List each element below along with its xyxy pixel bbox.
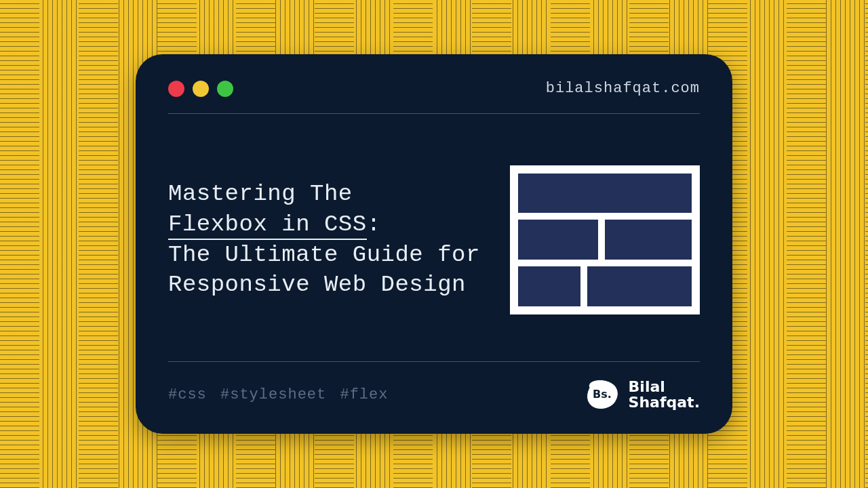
author-name: Bilal Shafqat. [629, 379, 700, 410]
title-rest: The Ultimate Guide for Responsive Web De… [168, 242, 480, 298]
minimize-icon [193, 81, 209, 97]
illustration-cell [587, 266, 692, 306]
maximize-icon [217, 81, 233, 97]
author-name-line-1: Bilal [629, 378, 665, 395]
article-title: Mastering The Flexbox in CSS: The Ultima… [168, 179, 491, 301]
traffic-lights [168, 81, 233, 97]
title-colon: : [367, 211, 381, 237]
illustration-row-3 [518, 266, 692, 306]
author-logo: Bs. Bilal Shafqat. [584, 378, 700, 411]
divider-bottom [168, 361, 700, 362]
window-card: bilalshafqat.com Mastering The Flexbox i… [136, 54, 732, 434]
illustration-cell [605, 220, 692, 260]
site-url: bilalshafqat.com [546, 80, 700, 97]
divider-top [168, 113, 700, 114]
content-row: Mastering The Flexbox in CSS: The Ultima… [168, 114, 700, 361]
illustration-row-2 [518, 220, 692, 260]
tag-list: #css #stylesheet #flex [168, 386, 388, 403]
logo-badge-text: Bs. [593, 388, 612, 401]
logo-blob-icon: Bs. [584, 378, 620, 411]
flexbox-illustration [510, 165, 700, 314]
footer-row: #css #stylesheet #flex Bs. Bilal Shafqat… [168, 362, 700, 411]
illustration-cell [518, 174, 692, 214]
close-icon [168, 81, 184, 97]
title-line-1: Mastering The [168, 181, 353, 207]
title-underlined-phrase: Flexbox in CSS [168, 211, 367, 240]
illustration-cell [518, 220, 598, 260]
window-titlebar: bilalshafqat.com [168, 80, 700, 97]
author-name-line-2: Shafqat. [629, 394, 700, 411]
illustration-row-1 [518, 174, 692, 214]
illustration-cell [518, 266, 580, 306]
